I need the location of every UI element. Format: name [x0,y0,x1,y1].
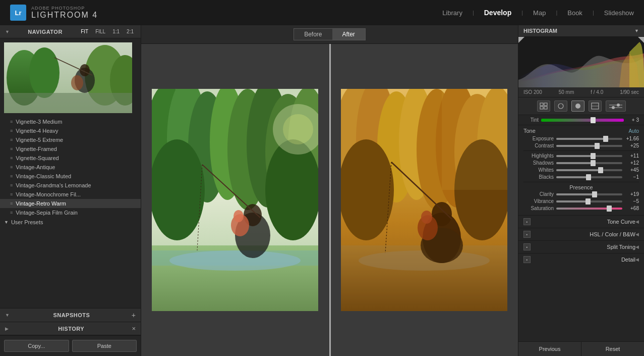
navigator-header: ▼ Navigator FIT FILL 1:1 2:1 [0,25,141,38]
detail-row[interactable]: ▪ Detail ◀ [518,253,644,266]
main-nav: Library | Develop | Map | Book | Slidesh… [442,9,634,17]
tint-value: + 3 [626,117,639,123]
preset-item[interactable]: ≡Vintage-Retro Warm [0,199,141,208]
before-view-btn[interactable]: Before [294,28,332,40]
preset-item[interactable]: ≡Vignette-5 Extreme [0,135,141,144]
preset-item[interactable]: ≡Vintage-Monochrome Fil... [0,190,141,199]
tint-slider[interactable] [541,119,624,122]
auto-tone-btn[interactable]: Auto [628,128,639,134]
basic-panel-icon[interactable] [606,100,626,112]
navigator-thumbnail[interactable] [4,42,132,113]
graduated-filter-icon[interactable] [589,100,602,112]
clarity-slider[interactable] [556,193,622,195]
nav-map[interactable]: Map [533,9,546,17]
tone-divider [523,150,639,151]
hsl-icon: ▪ [523,231,531,238]
after-view-btn[interactable]: After [332,28,366,40]
preset-label: Vignette-4 Heavy [16,128,58,134]
preset-label: Vintage-Antique [16,164,55,170]
preset-item[interactable]: ≡Vintage-Sepia Film Grain [0,208,141,217]
preset-icon: ≡ [10,201,13,206]
crop-tool-icon[interactable] [537,100,550,112]
preset-item[interactable]: ≡Vignette-3 Medium [0,117,141,126]
shadows-slider[interactable] [556,162,622,164]
spot-removal-icon[interactable] [554,100,567,112]
svg-point-27 [233,210,244,222]
svg-point-19 [152,139,205,240]
highlights-row: Highlights +11 [523,153,639,159]
histogram-menu-icon[interactable]: ▼ [634,28,639,33]
preset-item[interactable]: ≡Vintage-Antique [0,163,141,172]
exposure-thumb[interactable] [603,136,608,142]
paste-button[interactable]: Paste [72,340,137,352]
copy-button[interactable]: Copy... [4,340,69,352]
preset-label: Vintage-Retro Warm [16,200,66,207]
tint-row: Tint + 3 [518,115,644,125]
detail-label: Detail [534,257,635,263]
preset-group-user-presets[interactable]: ▼User Presets [0,217,141,227]
blacks-slider[interactable] [556,176,622,178]
local-adjustments-icon[interactable] [571,100,584,112]
preset-item[interactable]: ≡Vignette-4 Heavy [0,126,141,135]
snapshots-add-btn[interactable]: + [132,311,136,319]
nav-book[interactable]: Book [567,9,582,17]
contrast-label: Contrast [523,143,554,148]
snapshots-header[interactable]: ▼ Snapshots + [0,309,141,322]
snapshots-panel: ▼ Snapshots + [0,309,141,322]
split-toning-row[interactable]: ▪ Split Toning ◀ [518,240,644,253]
preset-icon: ≡ [10,156,13,161]
blacks-thumb[interactable] [586,174,591,180]
hist-highlight-warning[interactable] [638,37,644,43]
highlights-slider[interactable] [556,155,622,157]
preset-label: Vintage-Sepia Film Grain [16,210,78,216]
navigator-preview [0,38,141,117]
exposure-label: Exposure [523,136,554,141]
svg-point-65 [612,106,615,109]
whites-thumb[interactable] [598,167,603,173]
preset-item[interactable]: ≡Vintage-Grandma's Lemonade [0,181,141,190]
contrast-slider[interactable] [556,145,622,147]
tint-thumb[interactable] [591,117,596,123]
preset-label: Vignette-3 Medium [16,119,62,125]
previous-button[interactable]: Previous [518,342,581,356]
preset-icon: ≡ [10,128,13,133]
nav-2-1-btn[interactable]: 2:1 [125,28,136,35]
nav-1-1-btn[interactable]: 1:1 [110,28,122,35]
app-title: ADOBE PHOTOSHOP LIGHTROOM 4 [31,6,98,20]
clarity-thumb[interactable] [592,191,597,197]
preset-item[interactable]: ≡Vignette-Squared [0,154,141,163]
highlights-thumb[interactable] [591,153,596,159]
preset-label: Vintage-Monochrome Fil... [16,191,81,197]
nav-slideshow[interactable]: Slideshow [604,9,634,17]
hsl-row[interactable]: ▪ HSL / Color / B&W ◀ [518,228,644,240]
histogram-header: Histogram ▼ [518,25,644,37]
view-header: Before After [141,25,518,44]
nav-fill-btn[interactable]: FILL [93,28,107,35]
svg-point-31 [283,114,313,144]
contrast-thumb[interactable] [595,143,600,149]
tone-curve-label: Tone Curve [534,219,635,225]
vibrance-thumb[interactable] [586,198,591,205]
tone-curve-arrow: ◀ [635,219,639,224]
tone-curve-row[interactable]: ▪ Tone Curve ◀ [518,215,644,228]
saturation-slider[interactable] [556,208,622,210]
hsl-arrow: ◀ [635,232,639,237]
nav-fit-btn[interactable]: FIT [79,28,90,35]
exposure-slider[interactable] [556,138,622,140]
whites-slider[interactable] [556,169,622,171]
preset-item[interactable]: ≡Vignette-Framed [0,144,141,154]
after-photo [341,89,507,311]
svg-rect-56 [540,107,543,109]
reset-button[interactable]: Reset [581,342,644,356]
svg-rect-57 [544,107,547,109]
history-close-btn[interactable]: × [132,325,136,332]
nav-develop[interactable]: Develop [484,9,511,17]
shadows-thumb[interactable] [591,160,596,166]
nav-library[interactable]: Library [442,9,462,17]
preset-item[interactable]: ≡Vintage-Classic Muted [0,172,141,181]
vibrance-slider[interactable] [556,200,622,202]
clarity-value: +19 [625,191,639,197]
history-header[interactable]: ▶ History × [0,322,141,335]
hist-shadow-warning[interactable] [518,37,524,43]
saturation-thumb[interactable] [607,206,612,212]
